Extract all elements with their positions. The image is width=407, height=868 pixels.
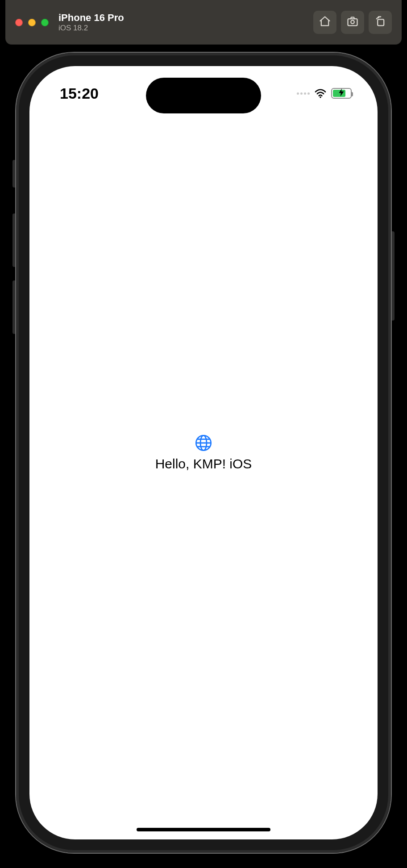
greeting-text: Hello, KMP! iOS (155, 456, 252, 472)
simulator-titlebar: iPhone 16 Pro iOS 18.2 (5, 0, 402, 45)
simulator-title-block: iPhone 16 Pro iOS 18.2 (58, 12, 124, 33)
svg-point-1 (351, 20, 354, 23)
svg-rect-2 (378, 19, 384, 25)
action-button[interactable] (12, 160, 16, 188)
simulator-os-subtitle: iOS 18.2 (58, 24, 124, 33)
rotate-button[interactable] (369, 11, 392, 34)
window-minimize-button[interactable] (28, 19, 36, 26)
share-icon (374, 15, 386, 29)
home-indicator[interactable] (137, 828, 270, 831)
simulator-toolbar (313, 11, 392, 34)
camera-icon (346, 15, 359, 29)
simulator-device-title: iPhone 16 Pro (58, 12, 124, 24)
device-screen[interactable]: 15:20 (29, 66, 378, 839)
device-frame: 15:20 (16, 53, 391, 853)
globe-icon (195, 434, 212, 454)
side-button[interactable] (391, 231, 395, 321)
device-body: 15:20 (16, 53, 391, 853)
volume-down-button[interactable] (12, 280, 16, 334)
screenshot-button[interactable] (341, 11, 364, 34)
window-zoom-button[interactable] (41, 19, 49, 26)
volume-up-button[interactable] (12, 213, 16, 267)
home-icon (319, 15, 331, 29)
home-button[interactable] (313, 11, 336, 34)
window-close-button[interactable] (15, 19, 23, 26)
window-traffic-lights (15, 19, 49, 26)
app-content: Hello, KMP! iOS (29, 66, 378, 839)
